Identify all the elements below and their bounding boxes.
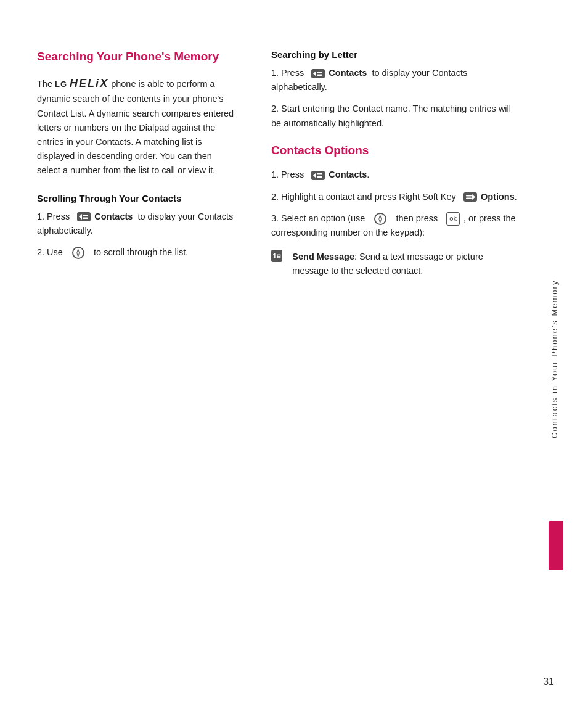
options-step3-text: 3. Select an option (use then press ok ,… — [271, 213, 516, 237]
options-step1-contacts-label: Contacts — [329, 170, 367, 179]
contacts-button-icon-2 — [311, 69, 326, 78]
send-message-item: 1⊞ Send Message: Send a text message or … — [271, 250, 520, 278]
contacts-button-icon-3 — [311, 171, 326, 180]
svg-rect-7 — [317, 74, 322, 76]
options-button-icon — [463, 192, 478, 202]
send-message-label: Send Message — [292, 252, 354, 261]
scroll-step2-text: 2. Use to scroll through the list. — [37, 247, 188, 257]
ok-button-icon: ok — [446, 212, 460, 226]
right-column: Searching by Letter 1. Press — [271, 49, 520, 669]
contacts-options-title: Contacts Options — [271, 143, 520, 158]
contacts-button-icon — [77, 212, 92, 221]
svg-rect-10 — [317, 173, 322, 175]
nav-circle-icon — [72, 247, 84, 259]
scroll-step-1: 1. Press Contacts to display — [37, 210, 234, 238]
section-contacts-options: Contacts Options 1. Press — [271, 143, 520, 279]
page: Searching Your Phone's Memory The LG HEL… — [0, 0, 588, 706]
svg-rect-3 — [83, 218, 88, 220]
searching-memory-body: The LG HELiX phone is able to perform a … — [37, 75, 234, 178]
nav-circle-icon-2 — [374, 213, 386, 225]
search-steps: 1. Press Contacts to display — [271, 66, 520, 131]
side-tab-bar — [549, 521, 563, 570]
search-by-letter-title: Searching by Letter — [271, 49, 520, 60]
scrolling-steps: 1. Press Contacts to display — [37, 210, 234, 260]
scroll-step-2: 2. Use to scroll through the list. — [37, 245, 234, 260]
lg-logo: LG — [55, 80, 67, 89]
options-step2-options-label: Options — [481, 192, 515, 202]
options-step-1: 1. Press Contacts. — [271, 168, 520, 182]
options-step1-text: 1. Press Contacts. — [271, 170, 369, 179]
scroll-step1-contacts-label: Contacts — [94, 211, 135, 221]
search-step1-text: 1. Press Contacts to display — [271, 68, 467, 92]
svg-rect-15 — [466, 198, 472, 200]
side-tab: Contacts in Your Phone's Memory — [545, 49, 563, 669]
search-step1-contacts-label: Contacts — [329, 68, 367, 78]
scroll-step1-text: 1. Press Contacts to display — [37, 211, 233, 236]
main-area: Searching Your Phone's Memory The LG HEL… — [0, 0, 588, 706]
svg-rect-14 — [466, 195, 472, 197]
searching-memory-title: Searching Your Phone's Memory — [37, 49, 234, 65]
helix-logo: HELiX — [70, 77, 108, 89]
options-steps: 1. Press Contacts. — [271, 168, 520, 240]
send-message-text: Send Message: Send a text message or pic… — [292, 250, 520, 278]
svg-rect-2 — [83, 215, 88, 216]
section-search-by-letter: Searching by Letter 1. Press — [271, 49, 520, 131]
left-column: Searching Your Phone's Memory The LG HEL… — [37, 49, 247, 669]
svg-rect-11 — [317, 176, 322, 178]
options-step-2: 2. Highlight a contact and press Right S… — [271, 190, 520, 204]
section-scrolling: Scrolling Through Your Contacts 1. Press — [37, 193, 234, 260]
search-step2-text: 2. Start entering the Contact name. The … — [271, 104, 511, 128]
options-step2-text: 2. Highlight a contact and press Right S… — [271, 192, 517, 202]
search-step-2: 2. Start entering the Contact name. The … — [271, 102, 520, 130]
key-1-badge: 1⊞ — [271, 250, 282, 262]
section-searching-memory: Searching Your Phone's Memory The LG HEL… — [37, 49, 234, 178]
page-number: 31 — [543, 676, 554, 688]
side-tab-text: Contacts in Your Phone's Memory — [550, 49, 559, 669]
search-step-1: 1. Press Contacts to display — [271, 66, 520, 94]
key-badge-sub: ⊞ — [277, 253, 281, 259]
scrolling-title: Scrolling Through Your Contacts — [37, 193, 234, 203]
svg-rect-6 — [317, 72, 322, 73]
options-step-3: 3. Select an option (use then press ok ,… — [271, 211, 520, 240]
